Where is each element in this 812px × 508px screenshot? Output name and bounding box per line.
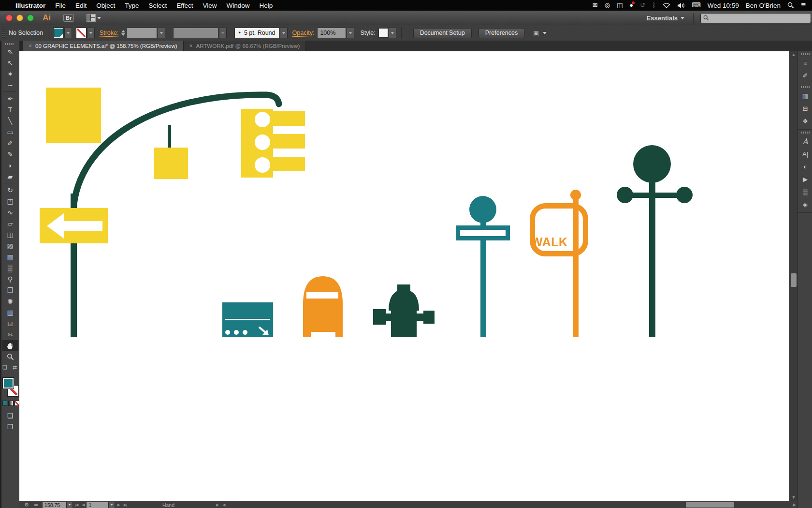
perspective-grid-tool[interactable]: ▨ bbox=[2, 240, 18, 251]
tools-panel-grip[interactable] bbox=[5, 43, 14, 45]
scale-tool[interactable]: ◳ bbox=[2, 195, 18, 207]
opacity-dropdown[interactable] bbox=[347, 28, 354, 38]
actions-panel-icon[interactable]: ▶ bbox=[798, 173, 812, 185]
gradient-tool[interactable]: ▒ bbox=[2, 262, 18, 273]
close-icon[interactable]: × bbox=[29, 43, 32, 49]
artboard-number-field[interactable]: 1 bbox=[86, 502, 108, 508]
direct-selection-tool[interactable]: ↖ bbox=[2, 57, 18, 68]
color-mode-button[interactable] bbox=[2, 401, 7, 406]
opacity-panel-link[interactable]: Opacity: bbox=[292, 30, 315, 37]
brushes-panel-icon[interactable]: ✐ bbox=[798, 69, 812, 82]
stroke-panel-link[interactable]: Stroke: bbox=[100, 30, 119, 37]
horizontal-scroll-thumb[interactable] bbox=[686, 502, 734, 508]
horizontal-scrollbar[interactable] bbox=[227, 501, 791, 508]
stroke-color-swatch[interactable] bbox=[76, 28, 87, 38]
swatch-libraries-panel-icon[interactable]: ⊟ bbox=[798, 102, 812, 115]
scroll-right-button[interactable]: ▶ bbox=[793, 503, 796, 507]
input-source-icon[interactable]: ⌨ bbox=[692, 0, 701, 11]
glyphs-panel-icon[interactable]: A bbox=[798, 135, 812, 148]
search-input[interactable] bbox=[700, 13, 811, 23]
tab-graphic-elements[interactable]: × 00 GRAPHIC ELEMENTS.ai* @ 158.75% (RGB… bbox=[23, 41, 184, 51]
share-icon[interactable]: ➦ bbox=[34, 502, 38, 508]
stroke-panel-icon[interactable]: ≡ bbox=[798, 57, 812, 69]
first-artboard-button[interactable]: |◀ bbox=[75, 503, 78, 507]
menu-select[interactable]: Select bbox=[144, 2, 172, 9]
scroll-left-button[interactable]: ◀ bbox=[222, 503, 225, 507]
dock-grip[interactable] bbox=[801, 53, 810, 55]
column-graph-tool[interactable]: ▥ bbox=[2, 307, 18, 318]
select-similar-icon[interactable]: ▣ bbox=[533, 30, 539, 37]
width-tool[interactable]: ∿ bbox=[2, 207, 18, 218]
signal-post-figure[interactable] bbox=[617, 145, 693, 337]
line-segment-tool[interactable]: ╲ bbox=[2, 115, 18, 126]
artboard-tool[interactable]: ⊡ bbox=[2, 318, 18, 329]
arrange-documents-button[interactable] bbox=[87, 14, 101, 22]
blob-brush-tool[interactable]: ◗ bbox=[2, 160, 18, 171]
pencil-tool[interactable]: ✎ bbox=[2, 149, 18, 160]
swap-fill-stroke-icon[interactable]: ⇄ bbox=[13, 364, 17, 371]
document-canvas[interactable]: WALK bbox=[19, 51, 789, 501]
select-similar-dropdown[interactable] bbox=[543, 32, 547, 34]
menu-file[interactable]: File bbox=[50, 2, 71, 9]
mailbox[interactable] bbox=[303, 276, 343, 337]
type-tool[interactable]: T bbox=[2, 104, 18, 115]
close-icon[interactable]: × bbox=[189, 43, 193, 49]
rotate-tool[interactable]: ↻ bbox=[2, 184, 18, 195]
fill-color-dropdown[interactable] bbox=[64, 28, 72, 38]
opacity-field[interactable]: 100% bbox=[317, 28, 346, 38]
window-close-button[interactable] bbox=[6, 15, 13, 21]
next-artboard-button[interactable]: ▶ bbox=[117, 503, 119, 507]
menu-object[interactable]: Object bbox=[91, 2, 120, 9]
zoom-level-dropdown[interactable] bbox=[66, 502, 73, 508]
width-profile-field[interactable] bbox=[173, 28, 218, 38]
preferences-button[interactable]: Preferences bbox=[478, 28, 524, 38]
menu-effect[interactable]: Effect bbox=[172, 2, 198, 9]
eraser-tool[interactable]: ▰ bbox=[2, 171, 18, 182]
dock-grip[interactable] bbox=[801, 86, 810, 88]
parking-meter-box[interactable] bbox=[222, 302, 273, 337]
color-panel-icon[interactable]: ❖ bbox=[798, 115, 812, 127]
stroke-weight-field[interactable] bbox=[126, 28, 157, 38]
window-zoom-button[interactable] bbox=[27, 15, 34, 21]
width-profile-dropdown[interactable] bbox=[219, 28, 227, 38]
previous-artboard-button[interactable]: ◀ bbox=[82, 503, 84, 507]
fill-color-swatch[interactable] bbox=[53, 28, 64, 38]
paintbrush-tool[interactable]: ✐ bbox=[2, 137, 18, 149]
stroke-weight-stepper[interactable] bbox=[121, 30, 125, 36]
tab-artwork-pdf[interactable]: × ARTWORK.pdf @ 66.67% (RGB/Preview) bbox=[184, 41, 306, 51]
mesh-tool[interactable]: ▦ bbox=[2, 251, 18, 262]
fire-hydrant[interactable] bbox=[373, 284, 435, 337]
none-mode-button[interactable] bbox=[14, 401, 19, 406]
style-dropdown[interactable] bbox=[389, 28, 396, 38]
shape-builder-tool[interactable]: ◫ bbox=[2, 229, 18, 240]
bluetooth-icon[interactable]: ᛒ bbox=[652, 0, 656, 11]
rectangle-tool[interactable]: ▭ bbox=[2, 126, 18, 137]
menu-user[interactable]: Ben O'Brien bbox=[746, 2, 781, 9]
layers-panel-icon[interactable]: ◈ bbox=[798, 198, 812, 210]
default-fill-stroke-icon[interactable]: ❏ bbox=[2, 364, 7, 371]
lasso-tool[interactable]: ∽ bbox=[2, 79, 18, 90]
volume-icon[interactable] bbox=[677, 2, 685, 9]
brush-definition-field[interactable]: • 5 pt. Round bbox=[234, 28, 279, 38]
status-popup-arrow[interactable]: ▶ bbox=[216, 503, 218, 507]
menu-edit[interactable]: Edit bbox=[71, 2, 91, 9]
mail-icon[interactable]: ✉ bbox=[593, 0, 598, 11]
control-bar-grip[interactable] bbox=[2, 28, 5, 38]
slice-tool[interactable]: ✄ bbox=[2, 329, 18, 340]
vertical-scrollbar[interactable]: ▲ ▼ bbox=[789, 51, 798, 501]
menu-help[interactable]: Help bbox=[254, 2, 277, 9]
left-arrow-sign[interactable] bbox=[40, 208, 108, 243]
transparency-panel-icon[interactable]: ◐ bbox=[798, 160, 812, 173]
last-artboard-button[interactable]: ▶| bbox=[124, 503, 127, 507]
swatches-panel-icon[interactable]: ▦ bbox=[798, 90, 812, 102]
gradient-mode-button[interactable] bbox=[8, 401, 13, 406]
drawing-mode-button[interactable]: ❏ bbox=[2, 410, 18, 421]
menu-clock[interactable]: Wed 10:59 bbox=[708, 2, 739, 9]
scroll-down-button[interactable]: ▼ bbox=[789, 494, 798, 501]
traffic-light-assembly[interactable] bbox=[40, 88, 305, 337]
parallels-icon[interactable]: ◫ bbox=[617, 0, 623, 11]
menu-illustrator[interactable]: Illustrator bbox=[11, 2, 50, 9]
dock-grip[interactable] bbox=[801, 132, 810, 134]
pen-tool[interactable]: ✒ bbox=[2, 93, 18, 104]
stroke-weight-dropdown[interactable] bbox=[158, 28, 165, 38]
